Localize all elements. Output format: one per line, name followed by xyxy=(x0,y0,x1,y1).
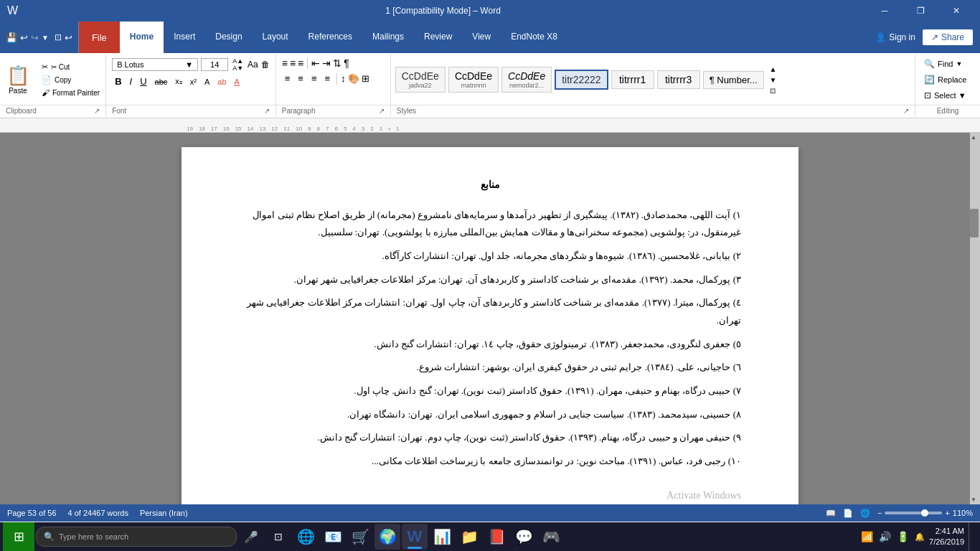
qa-save[interactable]: 💾 xyxy=(6,32,17,43)
taskbar-excel[interactable]: 📊 xyxy=(429,524,455,550)
paragraph-expand[interactable]: ↗ xyxy=(379,107,385,115)
scroll-down-btn[interactable]: ▼ xyxy=(971,496,976,503)
sign-in-button[interactable]: 👤 Sign in xyxy=(875,32,915,42)
qa-undo[interactable]: ↩ xyxy=(20,32,28,43)
qa-redo[interactable]: ↪ xyxy=(31,32,39,43)
volume-icon[interactable]: 🔊 xyxy=(879,531,891,542)
font-expand[interactable]: ↗ xyxy=(264,107,270,115)
style-titr22222[interactable]: titr22222 xyxy=(555,70,608,90)
network-icon[interactable]: 📶 xyxy=(861,531,873,542)
style-titrrrr1[interactable]: titrrrr1 xyxy=(611,70,654,89)
scroll-up-btn[interactable]: ▲ xyxy=(971,134,976,141)
taskbar-unknown[interactable]: 🎮 xyxy=(538,524,564,550)
tab-endnote[interactable]: EndNote X8 xyxy=(501,22,567,53)
shading-button[interactable]: 🎨 xyxy=(348,73,359,84)
taskbar-store[interactable]: 🛒 xyxy=(347,524,373,550)
align-right-button[interactable]: ≡ xyxy=(308,72,320,85)
format-painter-button[interactable]: 🖌Format Painter xyxy=(39,88,103,98)
print-layout-btn[interactable]: 📄 xyxy=(843,509,853,518)
align-center-button[interactable]: ≡ xyxy=(295,72,306,85)
style-titrrrr3[interactable]: titrrrr3 xyxy=(657,70,700,89)
clock[interactable]: 2:41 AM 7/26/2019 xyxy=(929,526,964,548)
font-name-dropdown[interactable]: B Lotus▼ xyxy=(112,58,198,71)
bullets-button[interactable]: ≡ xyxy=(282,57,288,69)
tab-references[interactable]: References xyxy=(298,22,362,53)
underline-button[interactable]: U xyxy=(137,75,149,88)
replace-button[interactable]: 🔄 Replace xyxy=(921,73,974,86)
cortana-btn[interactable]: 🎤 xyxy=(238,522,264,551)
document-area[interactable]: ▲ ▼ Activate Windows Go to Settings to a… xyxy=(0,133,980,504)
taskbar-chrome[interactable]: 🌍 xyxy=(374,524,400,550)
superscript-button[interactable]: x² xyxy=(187,76,199,88)
font-case-button[interactable]: Aa xyxy=(248,60,258,70)
text-effects-button[interactable]: A xyxy=(202,76,212,88)
select-button[interactable]: ⊡ Select ▼ xyxy=(921,89,974,102)
qa-touch[interactable]: ⊡ xyxy=(55,32,62,42)
tab-review[interactable]: Review xyxy=(414,22,462,53)
styles-scroll-up[interactable]: ▲ xyxy=(768,64,778,75)
borders-button[interactable]: ⊞ xyxy=(362,73,369,84)
qa-undo2[interactable]: ↩ xyxy=(65,32,72,43)
tab-mailings[interactable]: Mailings xyxy=(362,22,414,53)
taskbar-explorer[interactable]: 📁 xyxy=(456,524,482,550)
notification-icon[interactable]: 🔔 xyxy=(915,532,925,542)
cut-button[interactable]: ✂✂ Cut xyxy=(39,62,103,72)
styles-expand[interactable]: ⊡ xyxy=(768,85,778,96)
qa-more[interactable]: ▼ xyxy=(42,34,49,42)
style-nemodar[interactable]: CcDdEe nemodar2... xyxy=(501,67,552,93)
show-formatting-button[interactable]: ¶ xyxy=(344,57,349,69)
justify-button[interactable]: ≡ xyxy=(322,72,334,85)
tab-design[interactable]: Design xyxy=(205,22,252,53)
paste-button[interactable]: 📋 Paste xyxy=(0,57,36,102)
zoom-in-btn[interactable]: + xyxy=(945,509,949,517)
font-size-box[interactable]: 14 xyxy=(201,58,228,71)
align-left-button[interactable]: ≡ xyxy=(282,72,293,85)
show-desktop-btn[interactable] xyxy=(969,522,973,551)
style-matnnnn[interactable]: CcDdEe matnnnn xyxy=(448,67,499,93)
taskbar-edge[interactable]: 🌐 xyxy=(293,524,319,550)
read-mode-btn[interactable]: 📖 xyxy=(826,509,836,518)
subscript-button[interactable]: x₂ xyxy=(172,75,185,88)
italic-button[interactable]: I xyxy=(127,75,136,88)
strikethrough-button[interactable]: abc xyxy=(152,76,171,88)
vertical-scrollbar[interactable]: ▲ ▼ xyxy=(970,133,980,504)
font-color-button[interactable]: A xyxy=(232,76,242,88)
battery-icon[interactable]: 🔋 xyxy=(897,531,909,542)
multilevel-list-button[interactable]: ≡ xyxy=(298,57,303,69)
zoom-level[interactable]: 110% xyxy=(953,509,973,517)
page-count[interactable]: Page 53 of 56 xyxy=(7,509,57,517)
tab-insert[interactable]: Insert xyxy=(164,22,205,53)
zoom-out-btn[interactable]: − xyxy=(877,509,882,517)
decrease-indent-button[interactable]: ⇤ xyxy=(311,57,320,69)
font-size-decrease[interactable]: A▼ xyxy=(231,65,245,72)
taskbar-whatsapp[interactable]: 💬 xyxy=(511,524,537,550)
language-indicator[interactable]: Persian (Iran) xyxy=(140,509,188,517)
numbering-button[interactable]: ≡ xyxy=(290,57,296,69)
line-spacing-button[interactable]: ↕ xyxy=(341,73,346,84)
close-button[interactable]: ✕ xyxy=(940,0,973,22)
style-number[interactable]: ¶ Number... xyxy=(703,71,764,89)
tab-layout[interactable]: Layout xyxy=(253,22,298,53)
sort-button[interactable]: ⇅ xyxy=(333,57,341,69)
taskbar-word[interactable]: W xyxy=(402,524,428,550)
clipboard-expand[interactable]: ↗ xyxy=(94,107,100,115)
taskbar-search-box[interactable]: 🔍 Type here to search xyxy=(36,527,237,547)
taskbar-mail[interactable]: 📧 xyxy=(320,524,346,550)
zoom-slider[interactable] xyxy=(885,512,942,514)
start-button[interactable]: ⊞ xyxy=(3,522,34,551)
minimize-button[interactable]: ─ xyxy=(868,0,901,22)
tab-view[interactable]: View xyxy=(462,22,501,53)
tab-home[interactable]: Home xyxy=(120,22,164,53)
styles-scroll-down[interactable]: ▼ xyxy=(768,75,778,85)
share-button[interactable]: ↗ Share xyxy=(923,29,973,45)
highlight-button[interactable]: ab xyxy=(215,76,229,88)
find-button[interactable]: 🔍 Find ▼ xyxy=(921,57,974,70)
clear-format-button[interactable]: 🗑 xyxy=(261,60,270,70)
style-jadva22[interactable]: CcDdEe jadva22 xyxy=(395,67,446,93)
word-count[interactable]: 4 of 24467 words xyxy=(68,509,128,517)
restore-button[interactable]: ❐ xyxy=(904,0,937,22)
increase-indent-button[interactable]: ⇥ xyxy=(322,57,331,69)
bold-button[interactable]: B xyxy=(112,75,124,88)
file-tab[interactable]: File xyxy=(79,22,120,53)
taskbar-pdf[interactable]: 📕 xyxy=(484,524,509,550)
